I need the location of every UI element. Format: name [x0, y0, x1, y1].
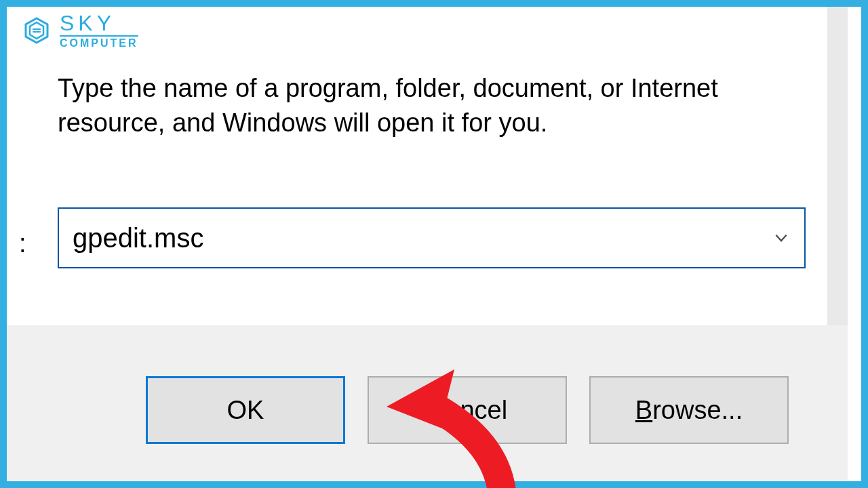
button-bar: suachuamaytinhdanang.com OK Cancel Brows…: [7, 325, 848, 481]
open-label-colon: :: [19, 229, 26, 258]
logo-text-bottom: COMPUTER: [60, 38, 138, 49]
run-dialog: Type the name of a program, folder, docu…: [7, 7, 861, 481]
browse-button[interactable]: Browse...: [589, 376, 789, 444]
image-frame: SKY COMPUTER Type the name of a program,…: [0, 0, 868, 488]
logo-text-top: SKY: [60, 12, 138, 37]
chevron-down-icon[interactable]: [772, 228, 791, 247]
logo-icon: [20, 14, 53, 47]
cancel-label: Cancel: [427, 396, 507, 425]
ok-label: OK: [227, 396, 264, 425]
browse-label: Browse...: [635, 396, 743, 425]
run-dialog-description: Type the name of a program, folder, docu…: [58, 71, 770, 141]
sky-computer-logo: SKY COMPUTER: [20, 12, 138, 49]
open-input[interactable]: [73, 223, 772, 253]
open-combobox[interactable]: [58, 207, 806, 268]
cancel-button[interactable]: Cancel: [368, 376, 567, 444]
ok-button[interactable]: OK: [146, 376, 345, 444]
